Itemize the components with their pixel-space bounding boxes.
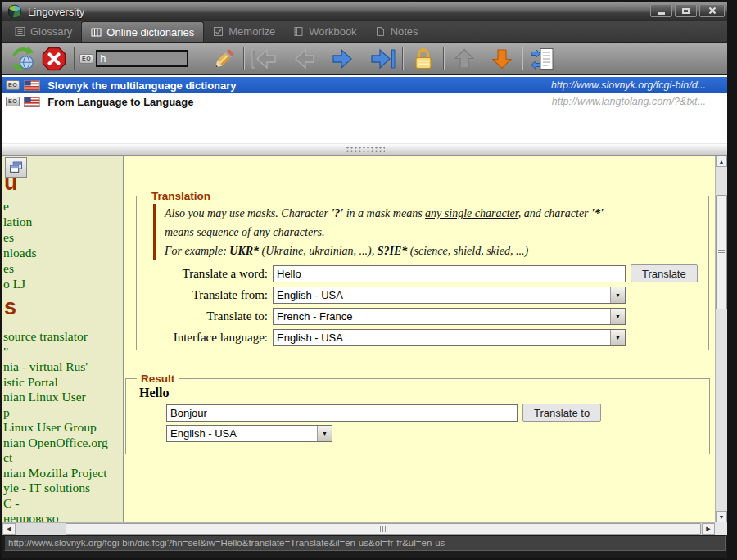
nav-forward-button[interactable] bbox=[328, 44, 359, 74]
lock-icon bbox=[410, 46, 436, 72]
result-language-select[interactable]: English - USA ▼ bbox=[166, 425, 332, 442]
scroll-grip-icon bbox=[380, 526, 387, 532]
sidebar-link[interactable]: istic Portal bbox=[3, 375, 108, 391]
note-text: For example: bbox=[165, 245, 229, 257]
sidebar-link[interactable]: Linux User Group bbox=[3, 420, 108, 436]
nav-last-button[interactable] bbox=[367, 44, 398, 74]
interface-language-label: Interface language: bbox=[143, 331, 273, 345]
vertical-scroll-thumb[interactable] bbox=[716, 195, 727, 309]
toolbar-separator bbox=[443, 47, 445, 70]
sidebar-link[interactable]: ct bbox=[3, 450, 108, 466]
note-text: in a mask means bbox=[343, 207, 425, 219]
sidebar-link[interactable]: nloads bbox=[3, 245, 36, 260]
sidebar-link[interactable]: es bbox=[3, 229, 36, 245]
dictionary-url: http://www.slovnyk.org/fcgi-bin/d... bbox=[551, 79, 706, 91]
chevron-down-icon[interactable]: ▼ bbox=[317, 426, 332, 441]
transfer-button[interactable] bbox=[527, 44, 558, 74]
note-text: means sequence of any characters. bbox=[165, 223, 702, 242]
tab-memorize[interactable]: Memorize bbox=[204, 21, 284, 42]
translation-legend: Translation bbox=[147, 190, 215, 202]
page-content-frame: Translation Also you may use masks. Char… bbox=[124, 156, 715, 522]
sidebar-links-list: source translator " nia - virtual Rus' i… bbox=[3, 329, 108, 522]
sidebar-link[interactable]: lation bbox=[3, 214, 36, 229]
tab-notes[interactable]: Notes bbox=[366, 21, 427, 42]
tab-workbook[interactable]: Workbook bbox=[284, 21, 365, 42]
move-down-button[interactable] bbox=[486, 44, 518, 74]
vertical-scrollbar[interactable]: ▲ ▼ bbox=[715, 156, 727, 522]
app-window: Lingoversity Glossary Online dictionarie… bbox=[0, 0, 737, 560]
note-text: , and character bbox=[518, 207, 591, 219]
translate-from-select[interactable]: English - USA ▼ bbox=[273, 287, 626, 304]
sidebar-link[interactable]: source translator bbox=[3, 329, 108, 345]
move-up-button[interactable] bbox=[449, 44, 480, 74]
chevron-down-icon[interactable]: ▼ bbox=[610, 309, 625, 324]
result-language-value: English - USA bbox=[167, 426, 317, 441]
horizontal-scrollbar[interactable]: ◀ ▶ bbox=[2, 522, 715, 535]
interface-language-select[interactable]: English - USA ▼ bbox=[273, 329, 626, 346]
tab-glossary[interactable]: Glossary bbox=[6, 21, 81, 42]
globe-refresh-icon bbox=[9, 45, 37, 73]
window-controls bbox=[650, 4, 725, 17]
result-translation-input[interactable] bbox=[166, 404, 518, 422]
splitter-grip-icon bbox=[346, 146, 385, 153]
sidebar-link[interactable]: nian Mozilla Project bbox=[3, 466, 108, 481]
language-badge: EO bbox=[6, 80, 20, 90]
titlebar: Lingoversity bbox=[2, 2, 727, 21]
scroll-right-button[interactable]: ▶ bbox=[702, 523, 715, 535]
dictionary-row-slovnyk[interactable]: EO Slovnyk the multilanguage dictionary … bbox=[2, 77, 727, 93]
language-badge: EO bbox=[79, 54, 93, 64]
note-text: '?' bbox=[331, 207, 343, 219]
horizontal-scroll-thumb[interactable] bbox=[66, 523, 701, 535]
splitter-handle[interactable] bbox=[2, 143, 727, 156]
translate-word-input[interactable] bbox=[273, 265, 626, 282]
scroll-left-button[interactable]: ◀ bbox=[2, 523, 16, 535]
scroll-down-button[interactable]: ▼ bbox=[716, 511, 727, 522]
sidebar-link[interactable]: yle - IT solutions bbox=[3, 481, 108, 496]
arrow-up-icon bbox=[451, 46, 477, 72]
edit-pencil-button[interactable] bbox=[208, 44, 239, 74]
sidebar-link[interactable]: e bbox=[3, 198, 36, 214]
refresh-web-button[interactable] bbox=[7, 44, 38, 74]
nav-first-button[interactable] bbox=[249, 44, 280, 74]
sidebar-link[interactable]: p bbox=[3, 405, 108, 421]
toolbar: EO bbox=[2, 43, 727, 75]
arrow-forward-icon bbox=[330, 46, 356, 72]
maximize-button[interactable] bbox=[675, 4, 697, 17]
dictionary-row-langtolang[interactable]: EO From Language to Language http://www.… bbox=[2, 93, 727, 110]
translate-to-button[interactable]: Translate to bbox=[522, 404, 601, 422]
scroll-up-button[interactable]: ▲ bbox=[716, 156, 727, 167]
close-button[interactable] bbox=[699, 4, 725, 17]
nav-back-button[interactable] bbox=[288, 44, 319, 74]
browser-view: u e lation es nloads es o LJ s source tr… bbox=[2, 156, 727, 535]
tab-online-dictionaries[interactable]: Online dictionaries bbox=[81, 21, 204, 42]
toolbar-separator bbox=[522, 47, 523, 70]
lock-button[interactable] bbox=[408, 44, 439, 74]
sidebar-link[interactable]: C - bbox=[3, 496, 108, 512]
translate-to-value: French - France bbox=[274, 309, 610, 324]
stop-button[interactable] bbox=[38, 44, 70, 74]
translate-button[interactable]: Translate bbox=[631, 264, 698, 282]
sidebar-link[interactable]: " bbox=[3, 345, 108, 360]
sidebar-link[interactable]: nia - virtual Rus' bbox=[3, 359, 108, 375]
translate-to-select[interactable]: French - France ▼ bbox=[273, 308, 626, 325]
note-text: any single character bbox=[425, 207, 518, 219]
sidebar-link[interactable]: nian Linux User bbox=[3, 390, 108, 405]
sidebar-link[interactable]: es bbox=[3, 260, 36, 276]
sidebar-link[interactable]: непровско bbox=[3, 511, 108, 522]
sidebar-link[interactable]: nian OpenOffice.org bbox=[3, 436, 108, 451]
dictionary-name: Slovnyk the multilanguage dictionary bbox=[47, 79, 236, 92]
sidebar-link[interactable]: o LJ bbox=[3, 276, 36, 291]
arrow-first-icon bbox=[250, 46, 279, 72]
window-popout-icon bbox=[9, 160, 23, 174]
chevron-down-icon[interactable]: ▼ bbox=[610, 330, 625, 345]
chevron-down-icon[interactable]: ▼ bbox=[610, 287, 625, 303]
toolbar-separator bbox=[402, 47, 404, 70]
site-menu-frame: u e lation es nloads es o LJ s source tr… bbox=[2, 156, 124, 522]
tab-label: Notes bbox=[391, 25, 418, 38]
tab-label: Online dictionaries bbox=[106, 26, 194, 38]
transfer-document-icon bbox=[529, 46, 557, 72]
minimize-button[interactable] bbox=[650, 4, 672, 17]
search-word-input[interactable] bbox=[96, 50, 188, 67]
dictionary-url: http://www.langtolang.com/?&txt... bbox=[552, 96, 706, 107]
open-external-button[interactable] bbox=[5, 157, 27, 178]
